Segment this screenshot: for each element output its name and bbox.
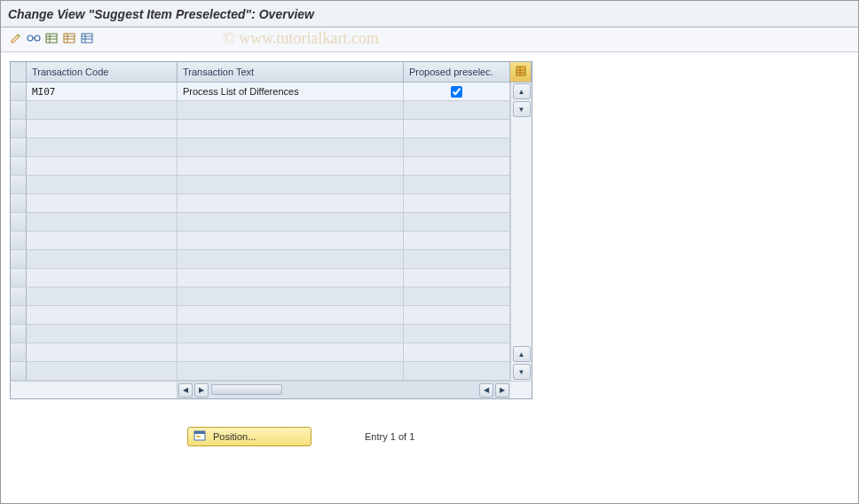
cell-empty[interactable] bbox=[177, 120, 404, 138]
cell-empty[interactable] bbox=[177, 194, 404, 212]
cell-empty[interactable] bbox=[27, 306, 177, 324]
cell-empty[interactable] bbox=[177, 213, 404, 231]
cell-empty[interactable] bbox=[404, 306, 510, 324]
table-row-empty bbox=[11, 362, 510, 381]
row-selector[interactable] bbox=[11, 213, 27, 231]
cell-empty[interactable] bbox=[27, 287, 177, 305]
scroll-right-button[interactable]: ▶ bbox=[495, 383, 509, 398]
cell-empty[interactable] bbox=[177, 325, 404, 343]
column-header-preselect[interactable]: Proposed preselec. bbox=[404, 62, 510, 82]
table-row-empty bbox=[11, 232, 510, 250]
cell-empty[interactable] bbox=[27, 176, 177, 193]
cell-empty[interactable] bbox=[177, 269, 404, 287]
cell-empty[interactable] bbox=[27, 120, 177, 138]
cell-empty[interactable] bbox=[404, 138, 510, 156]
cell-empty[interactable] bbox=[404, 157, 510, 175]
svg-rect-20 bbox=[196, 436, 201, 437]
cell-empty[interactable] bbox=[404, 176, 510, 193]
cell-empty[interactable] bbox=[404, 120, 510, 138]
footer-bar: Position... Entry 1 of 1 bbox=[187, 427, 849, 446]
cell-empty[interactable] bbox=[404, 232, 510, 249]
scroll-down-button[interactable]: ▼ bbox=[513, 364, 531, 380]
horizontal-scrollbar[interactable]: ◀ ▶ ◀ ▶ bbox=[177, 382, 510, 398]
cell-empty[interactable] bbox=[177, 157, 404, 175]
cell-empty[interactable] bbox=[27, 269, 177, 287]
scroll-left-step-button[interactable]: ◀ bbox=[479, 383, 493, 398]
cell-empty[interactable] bbox=[177, 176, 404, 193]
svg-rect-6 bbox=[64, 34, 75, 43]
scroll-up-button[interactable]: ▲ bbox=[513, 83, 531, 99]
row-selector[interactable] bbox=[11, 306, 27, 324]
row-selector-header[interactable] bbox=[11, 62, 27, 82]
cell-empty[interactable] bbox=[404, 325, 510, 343]
vertical-scrollbar[interactable]: ▲ ▼ ▲ ▼ bbox=[510, 83, 532, 381]
cell-empty[interactable] bbox=[27, 232, 177, 249]
position-button[interactable]: Position... bbox=[187, 427, 311, 446]
row-selector[interactable] bbox=[11, 157, 27, 175]
copy-as-button[interactable] bbox=[61, 32, 77, 48]
horizontal-scrollbar-row: ◀ ▶ ◀ ▶ bbox=[11, 381, 532, 398]
svg-rect-10 bbox=[82, 34, 92, 43]
cell-empty[interactable] bbox=[27, 194, 177, 212]
scroll-down-step-button[interactable]: ▼ bbox=[513, 101, 531, 117]
cell-empty[interactable] bbox=[27, 213, 177, 231]
pencil-icon bbox=[10, 32, 22, 47]
cell-empty[interactable] bbox=[177, 232, 404, 249]
cell-empty[interactable] bbox=[27, 362, 177, 380]
column-header-ttext[interactable]: Transaction Text bbox=[177, 62, 404, 82]
scroll-left-button[interactable]: ◀ bbox=[178, 383, 193, 398]
table-row-empty bbox=[11, 157, 510, 176]
cell-empty[interactable] bbox=[404, 287, 510, 305]
cell-empty[interactable] bbox=[27, 157, 177, 175]
cell-empty[interactable] bbox=[27, 325, 177, 343]
delete-button[interactable] bbox=[79, 32, 95, 48]
row-selector[interactable] bbox=[11, 250, 27, 268]
cell-empty[interactable] bbox=[177, 287, 404, 305]
cell-empty[interactable] bbox=[177, 101, 404, 119]
row-selector[interactable] bbox=[11, 138, 27, 156]
row-selector[interactable] bbox=[11, 194, 27, 212]
cell-empty[interactable] bbox=[404, 194, 510, 212]
preselect-checkbox[interactable] bbox=[451, 86, 462, 98]
other-view-button[interactable] bbox=[26, 32, 42, 48]
row-selector[interactable] bbox=[11, 176, 27, 193]
row-selector[interactable] bbox=[11, 101, 27, 119]
cell-empty[interactable] bbox=[177, 362, 404, 380]
row-selector[interactable] bbox=[11, 325, 27, 343]
toggle-change-button[interactable] bbox=[8, 32, 24, 48]
row-selector[interactable] bbox=[11, 83, 27, 100]
cell-empty[interactable] bbox=[177, 306, 404, 324]
cell-empty[interactable] bbox=[27, 343, 177, 361]
cell-empty[interactable] bbox=[27, 250, 177, 268]
cell-empty[interactable] bbox=[177, 250, 404, 268]
cell-empty[interactable] bbox=[404, 101, 510, 119]
cell-empty[interactable] bbox=[177, 343, 404, 361]
row-selector[interactable] bbox=[11, 120, 27, 138]
hscroll-spacer bbox=[11, 382, 177, 398]
scroll-thumb[interactable] bbox=[211, 384, 282, 395]
cell-empty[interactable] bbox=[404, 343, 510, 361]
row-selector[interactable] bbox=[11, 232, 27, 249]
new-entries-button[interactable] bbox=[43, 32, 59, 48]
cell-empty[interactable] bbox=[404, 250, 510, 268]
row-selector[interactable] bbox=[11, 343, 27, 361]
row-selector[interactable] bbox=[11, 287, 27, 305]
title-bar: Change View "Suggest Item Preselected": … bbox=[1, 1, 858, 28]
cell-empty[interactable] bbox=[404, 269, 510, 287]
cell-empty[interactable] bbox=[404, 362, 510, 380]
row-selector[interactable] bbox=[11, 362, 27, 380]
cell-transaction-text[interactable]: Process List of Differences bbox=[177, 83, 404, 100]
column-header-tcode[interactable]: Transaction Code bbox=[27, 62, 177, 82]
cell-empty[interactable] bbox=[27, 138, 177, 156]
cell-empty[interactable] bbox=[27, 101, 177, 119]
table-row-empty bbox=[11, 120, 510, 138]
cell-transaction-code[interactable]: MI07 bbox=[27, 83, 177, 100]
table-settings-icon bbox=[515, 65, 527, 79]
column-config-button[interactable] bbox=[510, 62, 532, 82]
cell-preselect[interactable] bbox=[404, 83, 510, 100]
scroll-right-step-button[interactable]: ▶ bbox=[194, 383, 209, 398]
cell-empty[interactable] bbox=[177, 138, 404, 156]
scroll-up-step-button[interactable]: ▲ bbox=[513, 346, 531, 362]
row-selector[interactable] bbox=[11, 269, 27, 287]
cell-empty[interactable] bbox=[404, 213, 510, 231]
